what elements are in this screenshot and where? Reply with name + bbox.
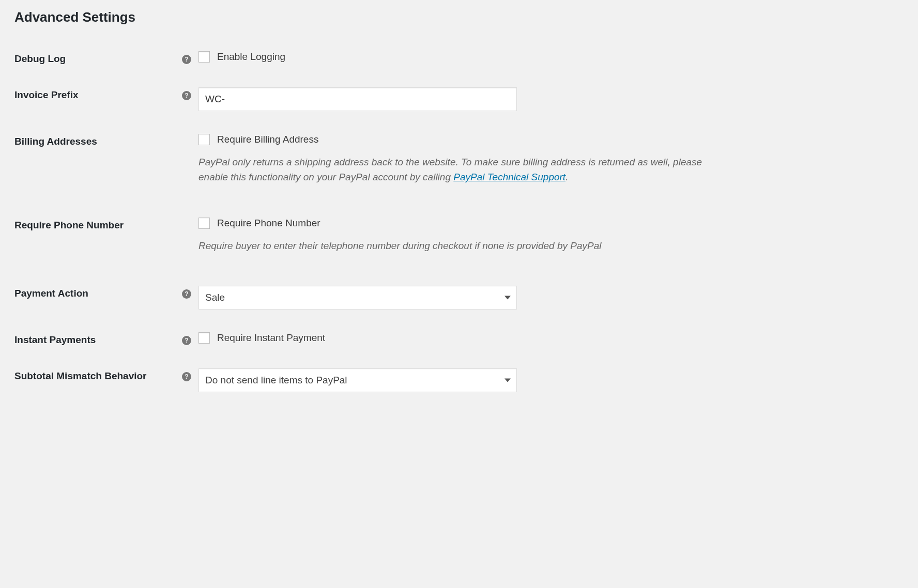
label-subtotal-mismatch: Subtotal Mismatch Behavior (14, 358, 180, 405)
description-billing-addresses: PayPal only returns a shipping address b… (198, 154, 726, 185)
checkbox-label-require-billing-address: Require Billing Address (217, 134, 318, 145)
row-debug-log: Debug Log ? Enable Logging (14, 41, 904, 77)
checkbox-label-require-instant-payment: Require Instant Payment (217, 332, 325, 344)
label-debug-log: Debug Log (14, 41, 180, 77)
description-require-phone: Require buyer to enter their telephone n… (198, 238, 726, 253)
label-invoice-prefix: Invoice Prefix (14, 77, 180, 123)
row-invoice-prefix: Invoice Prefix ? (14, 77, 904, 123)
checkbox-require-billing-address[interactable] (198, 134, 210, 145)
checkbox-require-phone[interactable] (198, 218, 210, 229)
desc-text-after: . (565, 172, 568, 182)
input-invoice-prefix[interactable] (198, 87, 517, 111)
desc-text-before: PayPal only returns a shipping address b… (198, 157, 702, 182)
help-icon[interactable]: ? (182, 336, 191, 345)
link-paypal-support[interactable]: PayPal Technical Support (453, 172, 565, 182)
settings-table: Debug Log ? Enable Logging Invoice Prefi… (14, 41, 904, 405)
select-display-subtotal-mismatch: Do not send line items to PayPal (198, 368, 517, 392)
label-payment-action: Payment Action (14, 275, 180, 322)
row-billing-addresses: Billing Addresses Require Billing Addres… (14, 123, 904, 207)
label-billing-addresses: Billing Addresses (14, 123, 180, 207)
row-payment-action: Payment Action ? Sale (14, 275, 904, 322)
checkbox-enable-logging[interactable] (198, 51, 210, 63)
section-title: Advanced Settings (14, 9, 904, 25)
select-payment-action[interactable]: Sale (198, 286, 517, 310)
select-display-payment-action: Sale (198, 286, 517, 310)
help-icon[interactable]: ? (182, 55, 191, 64)
help-icon[interactable]: ? (182, 372, 191, 381)
row-instant-payments: Instant Payments ? Require Instant Payme… (14, 322, 904, 358)
label-require-phone: Require Phone Number (14, 207, 180, 275)
checkbox-label-require-phone: Require Phone Number (217, 218, 320, 229)
row-subtotal-mismatch: Subtotal Mismatch Behavior ? Do not send… (14, 358, 904, 405)
select-subtotal-mismatch[interactable]: Do not send line items to PayPal (198, 368, 517, 392)
checkbox-label-enable-logging: Enable Logging (217, 51, 285, 63)
help-icon[interactable]: ? (182, 289, 191, 299)
label-instant-payments: Instant Payments (14, 322, 180, 358)
checkbox-require-instant-payment[interactable] (198, 332, 210, 344)
help-icon[interactable]: ? (182, 91, 191, 100)
row-require-phone: Require Phone Number Require Phone Numbe… (14, 207, 904, 275)
